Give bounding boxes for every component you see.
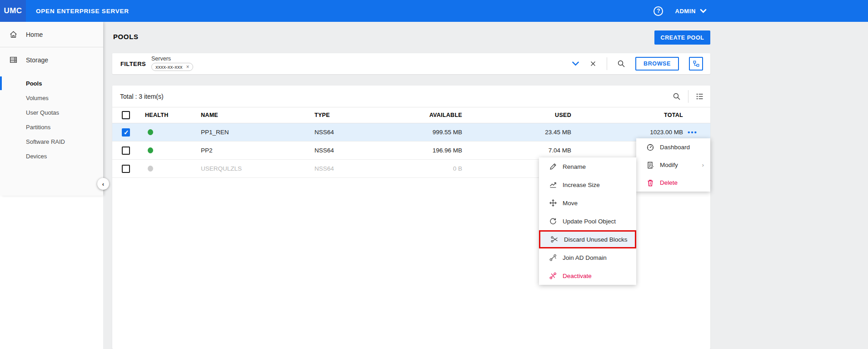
health-status-gray — [148, 166, 153, 172]
row-actions-menu: Dashboard Modify › Delete — [636, 138, 710, 192]
sidebar-item-home[interactable]: Home — [0, 22, 103, 47]
browse-button[interactable]: BROWSE — [635, 57, 679, 71]
server-filter-chip[interactable]: xxxx-xx-xxx × — [151, 63, 193, 71]
divider — [688, 90, 688, 103]
menu-item-update-pool-object[interactable]: Update Pool Object — [539, 212, 636, 230]
table-header-row: HEALTH NAME TYPE AVAILABLE USED TOTAL — [112, 107, 710, 123]
pool-available: 196.96 MB — [396, 147, 467, 154]
page-title: POOLS — [113, 33, 139, 40]
submenu-chevron-icon: › — [702, 162, 704, 168]
filters-expand-icon[interactable] — [572, 61, 579, 66]
health-status-green — [148, 147, 153, 153]
table-row[interactable]: PP2 NSS64 196.96 MB 7.04 MB — [112, 142, 710, 160]
umc-logo[interactable]: UMC — [0, 0, 26, 22]
pool-total: 1023.00 MB — [576, 129, 688, 136]
scissors-icon — [550, 235, 559, 243]
modify-icon — [646, 161, 654, 169]
tree-icon — [693, 60, 700, 67]
menu-item-dashboard[interactable]: Dashboard — [636, 138, 710, 156]
row-checkbox[interactable] — [122, 147, 130, 155]
link-icon — [549, 253, 557, 262]
rename-icon — [549, 162, 557, 171]
chip-remove-icon[interactable]: × — [186, 64, 189, 70]
pool-used: 23.45 MB — [467, 129, 576, 136]
col-type[interactable]: TYPE — [305, 112, 396, 118]
admin-menu[interactable]: ADMIN — [675, 8, 707, 15]
menu-item-delete[interactable]: Delete — [636, 174, 710, 192]
sidebar-collapse-button[interactable]: ‹ — [97, 178, 109, 190]
table-row[interactable]: PP1_REN NSS64 999.55 MB 23.45 MB 1023.00… — [112, 123, 710, 142]
pool-name: PP2 — [192, 147, 305, 154]
pool-type: NSS64 — [305, 147, 396, 154]
health-status-green — [148, 129, 153, 135]
admin-label: ADMIN — [675, 8, 696, 15]
filters-clear-icon[interactable] — [589, 60, 597, 67]
divider — [607, 57, 607, 70]
menu-item-move[interactable]: Move — [539, 194, 636, 212]
product-title: OPEN ENTERPRISE SERVER — [36, 8, 129, 15]
pool-available: 999.55 MB — [396, 129, 467, 136]
sidebar-item-software-raid[interactable]: Software RAID — [0, 134, 103, 149]
pool-available: 0 B — [396, 165, 467, 172]
chevron-down-icon — [700, 9, 707, 13]
pool-name: PP1_REN — [192, 129, 305, 136]
chip-value: xxxx-xx-xxx — [155, 64, 182, 70]
sidebar-item-label: Home — [26, 31, 43, 38]
col-available[interactable]: AVAILABLE — [396, 112, 467, 118]
sidebar-item-volumes[interactable]: Volumes — [0, 91, 103, 105]
sidebar: Home Storage Pools Volumes User Quotas P… — [0, 22, 103, 196]
pool-type: NSS64 — [305, 165, 396, 172]
dashboard-icon — [646, 143, 654, 152]
help-icon[interactable]: ? — [653, 6, 663, 16]
col-name[interactable]: NAME — [192, 112, 305, 118]
tree-view-button[interactable] — [689, 57, 703, 71]
home-icon — [9, 30, 18, 39]
col-health[interactable]: HEALTH — [136, 112, 192, 118]
filter-search-icon[interactable] — [617, 60, 625, 68]
menu-item-deactivate[interactable]: Deactivate — [539, 267, 636, 285]
delete-icon — [646, 179, 654, 187]
row-checkbox[interactable] — [122, 128, 130, 137]
sidebar-item-partitions[interactable]: Partitions — [0, 120, 103, 134]
pool-name: USERQULZLS — [192, 165, 305, 172]
menu-item-discard-unused-blocks[interactable]: Discard Unused Blocks — [539, 230, 636, 248]
main-content: POOLS CREATE POOL FILTERS Servers xxxx-x… — [103, 22, 868, 349]
refresh-icon — [549, 217, 557, 225]
select-all-checkbox[interactable] — [122, 111, 130, 119]
sidebar-item-label: Storage — [26, 56, 48, 64]
pool-used: 7.04 MB — [467, 147, 576, 154]
pool-context-menu: Rename Increase Size Move Update Po — [539, 157, 636, 285]
deactivate-icon — [549, 272, 557, 280]
top-bar: UMC OPEN ENTERPRISE SERVER ? ADMIN — [0, 0, 868, 22]
servers-filter-label: Servers — [151, 56, 193, 62]
menu-item-join-ad-domain[interactable]: Join AD Domain — [539, 248, 636, 267]
sidebar-item-pools[interactable]: Pools — [0, 76, 103, 91]
total-count: Total : 3 item(s) — [120, 93, 164, 100]
menu-item-modify[interactable]: Modify › — [636, 156, 710, 174]
filters-label: FILTERS — [120, 61, 146, 67]
increase-size-icon — [549, 181, 557, 189]
sidebar-item-devices[interactable]: Devices — [0, 149, 103, 163]
move-icon — [549, 199, 557, 207]
row-actions-icon[interactable]: ••• — [688, 128, 710, 136]
column-settings-icon[interactable] — [696, 92, 704, 101]
sidebar-item-user-quotas[interactable]: User Quotas — [0, 105, 103, 120]
storage-icon — [9, 56, 18, 64]
menu-item-rename[interactable]: Rename — [539, 157, 636, 176]
filters-bar: FILTERS Servers xxxx-xx-xxx × BROWSE — [112, 53, 710, 74]
sidebar-item-storage[interactable]: Storage — [0, 47, 103, 72]
menu-item-increase-size[interactable]: Increase Size — [539, 176, 636, 194]
create-pool-button[interactable]: CREATE POOL — [654, 30, 710, 45]
table-search-icon[interactable] — [673, 92, 681, 101]
col-total[interactable]: TOTAL — [576, 112, 688, 118]
col-used[interactable]: USED — [467, 112, 576, 118]
pool-type: NSS64 — [305, 129, 396, 136]
row-checkbox[interactable] — [122, 165, 130, 173]
